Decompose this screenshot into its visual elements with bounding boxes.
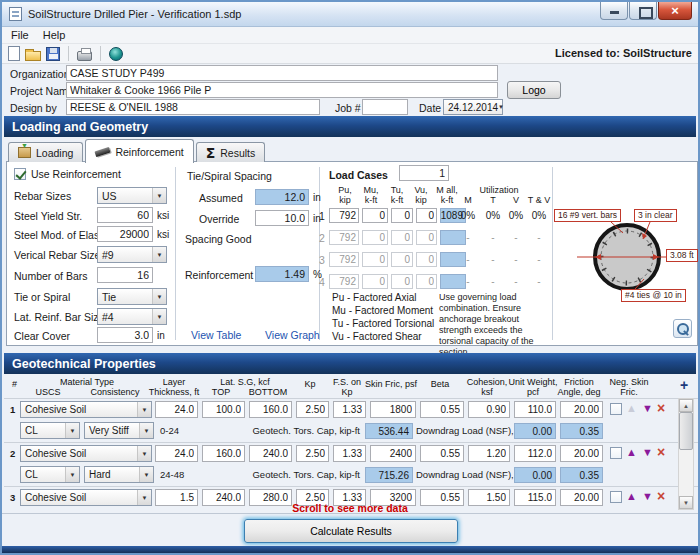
move-up-icon[interactable]: ▲: [626, 403, 637, 414]
skin-friction-input[interactable]: [370, 401, 416, 418]
uscs-select[interactable]: CL▼: [20, 466, 80, 483]
tie-spiral-spacing-title: Tie/Spiral Spacing: [187, 170, 272, 182]
consistency-select[interactable]: Hard▼: [84, 466, 154, 483]
move-up-icon[interactable]: ▲: [626, 447, 637, 458]
uscs-value: CL: [25, 469, 38, 480]
material-type-select[interactable]: Cohesive Soil▼: [20, 401, 152, 418]
kp-input[interactable]: [296, 401, 329, 418]
depth-range: 24-48: [160, 469, 184, 480]
steel-mod-input[interactable]: [97, 226, 153, 242]
util-t-value: -: [491, 254, 494, 265]
latsg-bottom-input[interactable]: [249, 401, 292, 418]
design-by-input[interactable]: [66, 99, 320, 115]
unit-weight-input[interactable]: [514, 445, 556, 462]
tab-results[interactable]: Σ Results: [196, 142, 266, 162]
save-icon[interactable]: [46, 47, 60, 61]
menu-bar: File Help: [2, 27, 698, 44]
organization-label: Organization: [10, 68, 70, 80]
scrollbar-thumb[interactable]: [679, 412, 693, 450]
skin-friction-input[interactable]: [370, 445, 416, 462]
util-v-header: V: [513, 195, 519, 205]
fs-input[interactable]: [333, 445, 366, 462]
beta-input[interactable]: [420, 401, 464, 418]
lat-reinf-bar-select[interactable]: #4▼: [97, 308, 167, 325]
cohesion-input[interactable]: [468, 401, 510, 418]
latsg-top-input[interactable]: [202, 401, 245, 418]
title-bar[interactable]: SoilStructure Drilled Pier - Verificatio…: [2, 2, 698, 27]
rebar-sizes-select[interactable]: US▼: [97, 187, 167, 204]
kp-input[interactable]: [296, 445, 329, 462]
minimize-button-icon[interactable]: [600, 2, 628, 20]
cohesion-input[interactable]: [468, 445, 510, 462]
tie-or-spiral-select[interactable]: Tie▼: [97, 288, 167, 305]
project-name-input[interactable]: [66, 82, 498, 98]
clear-cover-input[interactable]: [97, 327, 153, 343]
util-m-header: M: [464, 195, 472, 205]
col-header-fs: F.S. onKp: [333, 377, 361, 397]
move-down-icon[interactable]: ▼: [642, 491, 653, 502]
close-button-icon[interactable]: [658, 2, 692, 20]
steel-yield-input[interactable]: [97, 207, 153, 223]
mu-input[interactable]: [362, 208, 388, 223]
new-file-icon[interactable]: [8, 46, 20, 61]
menu-help[interactable]: Help: [43, 29, 66, 41]
consistency-select[interactable]: Very Stiff▼: [84, 422, 154, 439]
scroll-up-icon[interactable]: ▲: [679, 399, 693, 412]
view-graph-link[interactable]: View Graph: [265, 329, 320, 341]
geotech-scrollbar[interactable]: ▲ ▼: [678, 398, 694, 510]
latsg-bottom-input[interactable]: [249, 445, 292, 462]
col-header-bottom: BOTTOM: [249, 387, 287, 397]
globe-icon[interactable]: [109, 47, 123, 61]
unit-weight-input[interactable]: [514, 401, 556, 418]
pu-input[interactable]: [329, 208, 359, 223]
menu-file[interactable]: File: [11, 29, 29, 41]
date-select[interactable]: 24.12.2014 ▼: [443, 99, 503, 115]
vu-input[interactable]: [416, 208, 437, 223]
view-table-link[interactable]: View Table: [191, 329, 241, 341]
job-number-input[interactable]: [362, 99, 408, 115]
vertical-rebar-select[interactable]: #9▼: [97, 246, 167, 263]
friction-angle-input[interactable]: [560, 401, 603, 418]
chevron-down-icon: ▼: [152, 289, 166, 304]
date-value: 24.12.2014: [448, 102, 498, 113]
open-folder-icon[interactable]: [25, 51, 41, 61]
thickness-input[interactable]: [155, 401, 198, 418]
downdrag-label: Downdrag Load (NSF), kip: [416, 469, 512, 480]
fs-input[interactable]: [333, 401, 366, 418]
latsg-top-input[interactable]: [202, 445, 245, 462]
organization-input[interactable]: [66, 65, 498, 81]
neg-skin-checkbox[interactable]: [610, 447, 622, 459]
col-header-consistency: Consistency: [90, 387, 139, 397]
tu-input[interactable]: [391, 208, 413, 223]
toolbar-separator: [100, 46, 101, 61]
move-up-icon[interactable]: ▲: [626, 491, 637, 502]
delete-row-icon[interactable]: ×: [657, 446, 665, 459]
mu-input: [362, 252, 388, 267]
neg-skin-checkbox[interactable]: [610, 403, 622, 415]
util-tv-value: -: [537, 232, 540, 243]
friction-angle-input[interactable]: [560, 445, 603, 462]
chevron-down-icon: ▼: [139, 423, 153, 438]
move-down-icon[interactable]: ▼: [642, 403, 653, 414]
calculate-results-button[interactable]: Calculate Results: [244, 519, 458, 543]
thickness-input[interactable]: [155, 445, 198, 462]
logo-button[interactable]: Logo: [507, 81, 561, 99]
number-of-bars-input[interactable]: [97, 267, 153, 283]
beta-input[interactable]: [420, 445, 464, 462]
move-down-icon[interactable]: ▼: [642, 447, 653, 458]
load-cases-count-input[interactable]: [399, 165, 449, 181]
override-spacing-input[interactable]: [255, 210, 309, 226]
tab-loading[interactable]: Loading: [8, 142, 83, 162]
uscs-select[interactable]: CL▼: [20, 422, 80, 439]
add-layer-button[interactable]: +: [680, 377, 688, 393]
use-reinforcement-checkbox[interactable]: [14, 168, 26, 180]
util-v-value: -: [514, 232, 517, 243]
magnifier-icon[interactable]: [673, 319, 692, 338]
legend-vu: Vu - Factored Shear: [332, 331, 422, 342]
delete-row-icon[interactable]: ×: [657, 402, 665, 415]
tab-reinforcement[interactable]: Reinforcement: [85, 139, 193, 163]
print-icon[interactable]: [77, 51, 92, 61]
tab-loading-label: Loading: [36, 147, 73, 159]
material-type-select[interactable]: Cohesive Soil▼: [20, 445, 152, 462]
maximize-button-icon[interactable]: [629, 2, 657, 20]
